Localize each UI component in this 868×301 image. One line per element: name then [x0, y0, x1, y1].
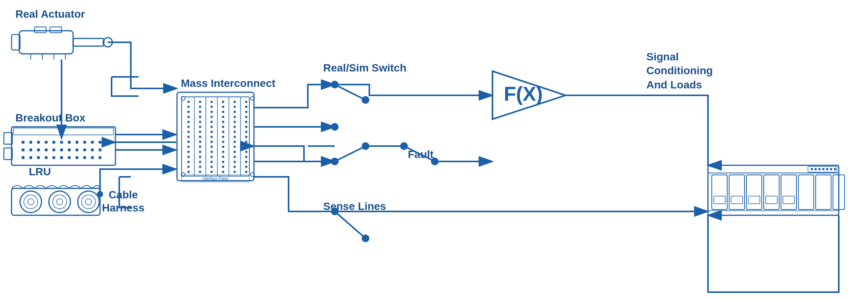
svg-point-18 [22, 141, 25, 144]
svg-point-142 [234, 171, 236, 173]
svg-point-52 [20, 191, 42, 213]
svg-line-201 [335, 85, 366, 100]
svg-point-80 [187, 161, 190, 163]
svg-point-184 [815, 168, 817, 170]
svg-point-141 [234, 166, 236, 168]
svg-point-75 [187, 136, 190, 138]
svg-point-93 [199, 151, 201, 153]
fx-triangle: F(X) [492, 71, 566, 119]
svg-point-33 [52, 148, 55, 151]
svg-point-28 [98, 141, 102, 144]
mass-interconnect-illustration: Interface Panel [177, 92, 254, 182]
svg-point-72 [187, 121, 190, 123]
svg-rect-4 [19, 31, 73, 54]
svg-rect-179 [766, 196, 777, 204]
svg-point-129 [234, 106, 236, 108]
svg-point-57 [57, 199, 63, 205]
svg-rect-174 [816, 175, 831, 210]
svg-point-145 [245, 111, 247, 113]
svg-point-43 [45, 156, 48, 159]
svg-point-186 [822, 168, 825, 170]
svg-point-124 [222, 156, 224, 158]
svg-point-77 [187, 146, 190, 148]
svg-point-54 [28, 199, 34, 205]
svg-point-125 [222, 161, 224, 163]
svg-point-108 [210, 151, 213, 153]
svg-point-53 [24, 195, 38, 209]
svg-point-100 [210, 111, 213, 113]
svg-point-39 [98, 148, 102, 151]
svg-point-74 [187, 131, 190, 133]
svg-point-78 [187, 151, 190, 153]
svg-point-131 [234, 116, 236, 118]
svg-point-107 [210, 146, 213, 148]
svg-text:Interface Panel: Interface Panel [202, 176, 228, 181]
svg-point-200 [331, 123, 339, 131]
svg-point-71 [187, 116, 190, 118]
svg-point-148 [245, 126, 247, 128]
svg-line-212 [335, 211, 366, 238]
svg-point-30 [29, 148, 32, 151]
svg-rect-172 [781, 175, 796, 210]
svg-line-208 [404, 146, 435, 161]
svg-point-59 [82, 195, 95, 209]
svg-point-58 [78, 191, 99, 213]
svg-point-86 [199, 116, 201, 118]
svg-point-83 [199, 101, 201, 103]
svg-point-151 [245, 141, 247, 143]
svg-point-85 [199, 111, 201, 113]
svg-point-114 [222, 106, 224, 108]
svg-point-38 [91, 148, 94, 151]
svg-point-105 [210, 136, 213, 138]
svg-point-79 [187, 156, 190, 158]
svg-point-41 [29, 156, 32, 159]
svg-point-132 [234, 121, 236, 123]
svg-point-153 [245, 151, 247, 153]
svg-point-40 [22, 156, 25, 159]
svg-point-82 [187, 171, 190, 173]
svg-point-94 [199, 156, 201, 158]
svg-point-55 [49, 191, 70, 213]
svg-point-44 [52, 156, 55, 159]
svg-point-84 [199, 106, 201, 108]
svg-point-123 [222, 151, 224, 153]
svg-point-99 [210, 106, 213, 108]
svg-point-49 [91, 156, 94, 159]
breakout-box-illustration [4, 127, 115, 165]
svg-rect-170 [746, 175, 762, 210]
svg-point-156 [245, 166, 247, 168]
svg-rect-178 [748, 196, 760, 204]
cable-harness-illustration [119, 177, 131, 208]
svg-point-50 [98, 156, 102, 159]
svg-point-103 [210, 126, 213, 128]
svg-rect-171 [764, 175, 779, 210]
svg-point-111 [210, 166, 213, 168]
svg-point-89 [199, 131, 201, 133]
svg-point-96 [199, 166, 201, 168]
svg-point-31 [37, 148, 40, 151]
svg-point-120 [222, 136, 224, 138]
svg-point-149 [245, 131, 247, 133]
svg-point-121 [222, 141, 224, 143]
svg-point-22 [52, 141, 55, 144]
svg-point-27 [91, 141, 94, 144]
svg-rect-5 [73, 38, 104, 46]
svg-text:F(X): F(X) [504, 83, 542, 105]
svg-point-95 [199, 161, 201, 163]
svg-point-25 [75, 141, 78, 144]
svg-point-134 [234, 131, 236, 133]
svg-point-46 [68, 156, 71, 159]
svg-point-26 [83, 141, 86, 144]
svg-rect-177 [731, 196, 743, 204]
svg-rect-62 [182, 97, 249, 176]
svg-point-97 [199, 171, 201, 173]
svg-point-136 [234, 141, 236, 143]
svg-point-130 [234, 111, 236, 113]
svg-point-106 [210, 141, 213, 143]
svg-point-117 [222, 121, 224, 123]
svg-rect-173 [798, 175, 814, 210]
svg-rect-180 [783, 196, 795, 204]
svg-point-119 [222, 131, 224, 133]
svg-point-76 [187, 141, 190, 143]
svg-line-204 [335, 146, 366, 161]
